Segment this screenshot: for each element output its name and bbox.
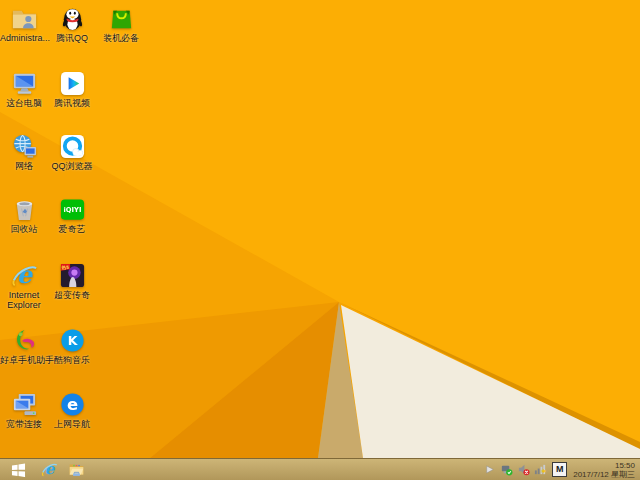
icon-label: 装机必备 (97, 33, 145, 43)
icon-label: 超变传奇 (48, 290, 96, 300)
icon-label: Internet Explorer (0, 290, 48, 310)
clock-time: 15:50 (573, 461, 635, 470)
system-tray: * (482, 459, 548, 480)
tray-arrow-icon (483, 463, 496, 476)
play-triangle-icon (59, 70, 86, 97)
iqiyi-icon: iQIYI (59, 196, 86, 223)
icon-label: 腾讯QQ (48, 33, 96, 43)
iqiyi[interactable]: iQIYI爱奇艺 (48, 196, 96, 234)
shopping-bag-icon (108, 5, 135, 32)
chuanbian-chuanqi-game[interactable]: 热5超变传奇 (48, 262, 96, 300)
web-navigation[interactable]: e上网导航 (48, 391, 96, 429)
ie-small-icon: e (41, 461, 58, 478)
haozhuo-phone-assistant[interactable]: 好卓手机助手 (0, 327, 48, 365)
icon-label: 酷狗音乐 (48, 355, 96, 365)
kugou-icon: K (59, 327, 86, 354)
icon-label: 爱奇艺 (48, 224, 96, 234)
this-pc[interactable]: 这台电脑 (0, 70, 48, 108)
internet-explorer[interactable]: eInternet Explorer (0, 262, 48, 310)
taskbar-file-explorer[interactable] (63, 459, 90, 480)
icon-label: 好卓手机助手 (0, 355, 48, 365)
volume-muted[interactable] (516, 459, 531, 480)
tray-volume-x-icon (517, 463, 530, 476)
broadband-connection[interactable]: 宽带连接 (0, 391, 48, 429)
network[interactable]: 网络 (0, 133, 48, 171)
tencent-qq[interactable]: 腾讯QQ (48, 5, 96, 43)
icon-label: 这台电脑 (0, 98, 48, 108)
taskbar: e * M 15:50 2017/7/12 星期三 (0, 458, 640, 480)
safely-remove-hardware[interactable] (499, 459, 514, 480)
qq-browser[interactable]: QQ浏览器 (48, 133, 96, 171)
start-button[interactable] (0, 459, 36, 480)
globe-computer-icon (11, 133, 38, 160)
recycle-bin[interactable]: 回收站 (0, 196, 48, 234)
icon-label: 回收站 (0, 224, 48, 234)
svg-text:热5: 热5 (60, 265, 69, 270)
kugou-music[interactable]: K酷狗音乐 (48, 327, 96, 365)
nav-e-icon: e (59, 391, 86, 418)
two-computers-icon (11, 391, 38, 418)
computer-icon (11, 70, 38, 97)
folder-explorer-icon (68, 461, 85, 478)
svg-text:e: e (45, 461, 56, 478)
svg-text:e: e (66, 395, 77, 414)
qq-penguin-icon (59, 5, 86, 32)
desktop-icon-area: Administra...腾讯QQ装机必备这台电脑腾讯视频网络QQ浏览器回收站i… (0, 0, 640, 458)
svg-text:iQIYI: iQIYI (63, 206, 81, 214)
icon-label: QQ浏览器 (48, 161, 96, 171)
recycle-bin-icon (11, 196, 38, 223)
ime-indicator[interactable]: M (552, 462, 567, 477)
zhuangji-bibei[interactable]: 装机必备 (97, 5, 145, 43)
icon-label: 网络 (0, 161, 48, 171)
svg-text:e: e (16, 262, 33, 289)
administrator-folder[interactable]: Administra... (0, 5, 48, 43)
icon-label: 上网导航 (48, 419, 96, 429)
qq-browser-icon (59, 133, 86, 160)
user-folder-icon (11, 5, 38, 32)
taskbar-clock[interactable]: 15:50 2017/7/12 星期三 (573, 461, 635, 479)
icon-label: 宽带连接 (0, 419, 48, 429)
swirl-icon (11, 327, 38, 354)
tray-usb-check-icon (500, 463, 513, 476)
icon-label: Administra... (0, 33, 48, 43)
svg-text:*: * (542, 467, 547, 476)
network-limited[interactable]: * (533, 459, 548, 480)
windows-logo-icon (11, 463, 26, 477)
clock-date: 2017/7/12 星期三 (573, 470, 635, 479)
taskbar-internet-explorer[interactable]: e (36, 459, 63, 480)
show-hidden-icons[interactable] (482, 459, 497, 480)
svg-text:K: K (67, 333, 78, 348)
tencent-video[interactable]: 腾讯视频 (48, 70, 96, 108)
tray-signal-warn-icon: * (534, 463, 547, 476)
windows-desktop: Administra...腾讯QQ装机必备这台电脑腾讯视频网络QQ浏览器回收站i… (0, 0, 640, 480)
game-icon: 热5 (59, 262, 86, 289)
ie-icon: e (11, 262, 38, 289)
icon-label: 腾讯视频 (48, 98, 96, 108)
